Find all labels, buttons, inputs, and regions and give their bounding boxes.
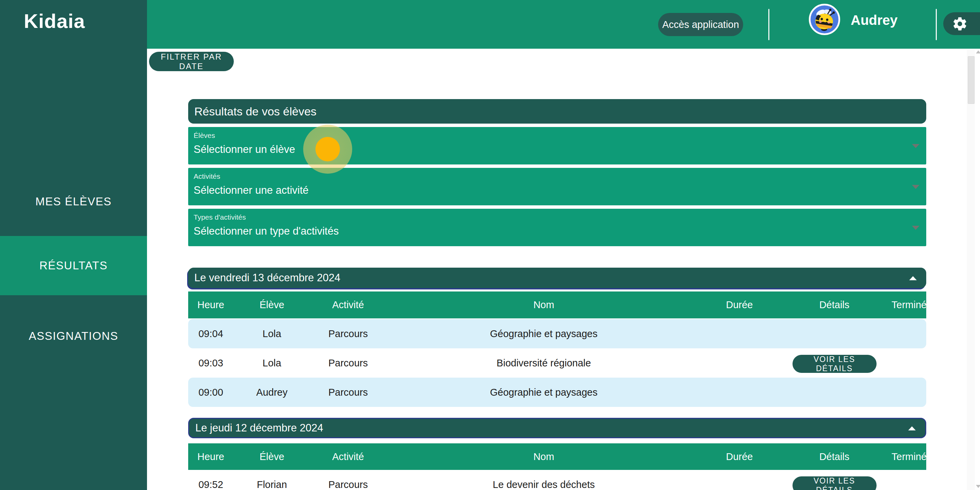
chevron-down-icon <box>912 144 920 148</box>
col-details: Détails <box>777 299 891 311</box>
cell-heure: 09:52 <box>188 479 234 490</box>
filter-by-date-button[interactable]: FILTRER PAR DATE <box>149 52 234 71</box>
user-avatar[interactable] <box>809 4 840 35</box>
cell-activite: Parcours <box>310 328 386 340</box>
app-logo: Kidaia <box>24 10 85 32</box>
cell-heure: 09:00 <box>188 387 234 398</box>
cell-nom: Géographie et paysages <box>386 387 702 398</box>
cell-heure: 09:03 <box>188 358 234 369</box>
voir-les-details-button[interactable]: VOIR LES DÉTAILS <box>792 476 877 490</box>
access-application-button[interactable]: Accès application <box>658 13 743 36</box>
table-header-2: Heure Élève Activité Nom Durée Détails T… <box>188 443 926 470</box>
col-duree: Durée <box>702 451 777 463</box>
col-nom: Nom <box>386 451 702 463</box>
sidebar: Kidaia MES ÉLÈVES RÉSULTATS ASSIGNATIONS <box>0 0 147 490</box>
date-section-header-1[interactable]: Le vendredi 13 décembre 2024 <box>188 268 926 288</box>
results-title-bar: Résultats de vos élèves <box>188 99 926 124</box>
cell-nom: Le devenir des déchets <box>386 479 702 490</box>
col-activite: Activité <box>310 451 386 463</box>
header-divider <box>768 9 769 40</box>
select-activites-value: Sélectionner une activité <box>194 183 926 198</box>
cell-activite: Parcours <box>310 358 386 369</box>
scrollbar-track[interactable] <box>967 49 975 490</box>
chevron-down-icon <box>912 185 920 189</box>
table-header-1: Heure Élève Activité Nom Durée Détails T… <box>188 292 926 318</box>
results-title: Résultats de vos élèves <box>194 105 317 118</box>
date-section-header-2[interactable]: Le jeudi 12 décembre 2024 <box>188 418 926 438</box>
col-details: Détails <box>777 451 891 463</box>
select-eleves-label: Élèves <box>194 131 926 140</box>
table-row: 09:03 Lola Parcours Biodiversité régiona… <box>188 348 926 378</box>
cell-heure: 09:04 <box>188 328 234 340</box>
chevron-up-icon <box>909 276 917 280</box>
cell-activite: Parcours <box>310 479 386 490</box>
cell-eleve: Florian <box>234 479 310 490</box>
select-types-activites[interactable]: Types d'activités Sélectionner un type d… <box>188 209 926 246</box>
cell-eleve: Lola <box>234 328 310 340</box>
sidebar-item-resultats[interactable]: RÉSULTATS <box>0 236 147 295</box>
chevron-up-icon <box>908 426 916 430</box>
select-eleves-value: Sélectionner un élève <box>194 142 926 157</box>
header-divider <box>936 9 937 40</box>
cell-details: VOIR LES DÉTAILS <box>777 475 891 490</box>
user-name: Audrey <box>851 0 898 40</box>
cell-nom: Géographie et paysages <box>386 328 702 340</box>
col-heure: Heure <box>188 299 234 311</box>
date-label: Le vendredi 13 décembre 2024 <box>194 272 340 284</box>
bee-avatar-icon <box>811 5 838 34</box>
gear-icon <box>952 16 968 32</box>
select-types-activites-value: Sélectionner un type d'activités <box>194 224 926 239</box>
cell-details: VOIR LES DÉTAILS <box>777 353 891 373</box>
chevron-down-icon <box>912 226 920 230</box>
cell-activite: Parcours <box>310 387 386 398</box>
select-eleves[interactable]: Élèves Sélectionner un élève <box>188 127 926 164</box>
col-duree: Durée <box>702 299 777 311</box>
table-row: 09:52 Florian Parcours Le devenir des dé… <box>188 470 926 490</box>
settings-button[interactable] <box>943 12 980 35</box>
col-activite: Activité <box>310 299 386 311</box>
date-label: Le jeudi 12 décembre 2024 <box>195 422 323 434</box>
table-row: 09:04 Lola Parcours Géographie et paysag… <box>188 319 926 348</box>
col-heure: Heure <box>188 451 234 463</box>
select-types-activites-label: Types d'activités <box>194 213 926 222</box>
cell-eleve: Audrey <box>234 387 310 398</box>
col-eleve: Élève <box>234 299 310 311</box>
top-header: Accès application Audrey <box>147 0 980 49</box>
select-activites[interactable]: Activités Sélectionner une activité <box>188 168 926 205</box>
table-row: 09:00 Audrey Parcours Géographie et pays… <box>188 378 926 407</box>
scrollbar-thumb[interactable] <box>968 56 975 104</box>
select-activites-label: Activités <box>194 172 926 181</box>
col-eleve: Élève <box>234 451 310 463</box>
col-nom: Nom <box>386 299 702 311</box>
cell-nom: Biodiversité régionale <box>386 358 702 369</box>
outer-scrollbar-up-icon[interactable] <box>976 50 980 53</box>
voir-les-details-button[interactable]: VOIR LES DÉTAILS <box>792 355 877 373</box>
col-termine: Terminé <box>891 451 926 463</box>
cell-eleve: Lola <box>234 358 310 369</box>
outer-scrollbar-down-icon[interactable] <box>976 485 980 488</box>
sidebar-item-mes-eleves[interactable]: MES ÉLÈVES <box>0 172 147 231</box>
col-termine: Terminé <box>891 299 926 311</box>
sidebar-item-assignations[interactable]: ASSIGNATIONS <box>0 306 147 366</box>
